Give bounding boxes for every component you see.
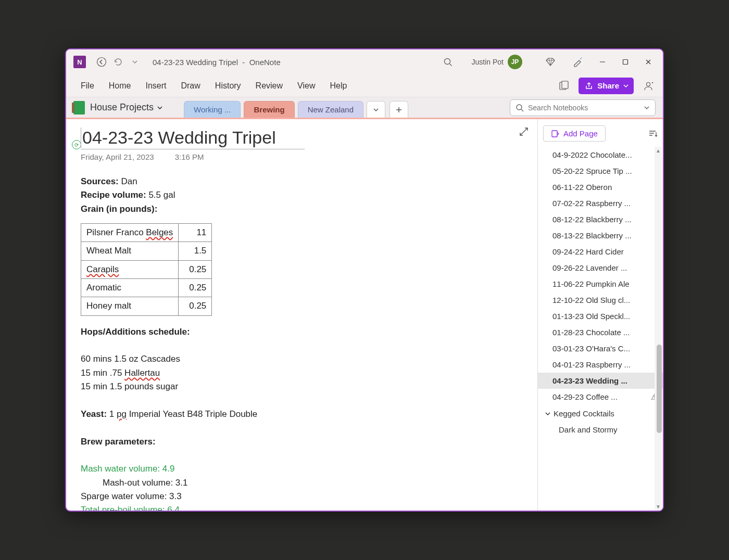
window-title: 04-23-23 Wedding Tripel - OneNote [153, 58, 281, 67]
page-item[interactable]: 05-20-22 Spruce Tip ... [538, 163, 663, 179]
page-item[interactable]: 04-29-23 Coffee ... ⚠ [538, 389, 663, 405]
search-notebooks[interactable] [510, 99, 656, 116]
svg-point-3 [581, 57, 582, 58]
page-editor[interactable]: 04-23-23 Wedding Tripel Friday, April 21… [66, 119, 538, 511]
maximize-button[interactable] [614, 52, 637, 72]
page-item[interactable]: 03-01-23 O'Hara's C... [538, 340, 663, 357]
scrollbar-thumb[interactable] [657, 345, 662, 433]
collab-icon[interactable] [639, 77, 658, 95]
page-item[interactable]: 12-10-22 Old Slug cl... [538, 292, 663, 308]
premium-icon[interactable] [542, 54, 559, 70]
chevron-down-icon [545, 411, 550, 416]
minimize-button[interactable] [591, 52, 614, 72]
menu-insert[interactable]: Insert [138, 78, 173, 94]
menu-view[interactable]: View [290, 78, 322, 94]
svg-point-8 [517, 105, 522, 110]
ink-icon[interactable] [569, 54, 586, 70]
tab-overflow[interactable] [367, 101, 385, 118]
page-item[interactable]: 01-13-23 Old Speckl... [538, 308, 663, 324]
menu-draw[interactable]: Draw [173, 78, 207, 94]
page-title[interactable]: 04-23-23 Wedding Tripel [81, 128, 305, 148]
page-item[interactable]: 07-02-22 Raspberry ... [538, 195, 663, 211]
page-item[interactable]: 11-06-22 Pumpkin Ale [538, 276, 663, 292]
grain-table[interactable]: Pilsner Franco Belges11 Wheat Malt1.5 Ca… [81, 223, 212, 316]
share-button[interactable]: Share [579, 78, 634, 94]
close-button[interactable] [637, 52, 660, 72]
share-label: Share [597, 81, 619, 90]
add-page-button[interactable]: Add Page [543, 125, 606, 142]
page-item[interactable]: 06-11-22 Oberon [538, 179, 663, 195]
page-group[interactable]: Kegged Cocktails [538, 405, 663, 422]
search-input[interactable] [528, 104, 644, 112]
menu-review[interactable]: Review [248, 78, 290, 94]
user-name: Justin Pot [472, 58, 504, 66]
page-item[interactable]: Dark and Stormy [538, 422, 663, 438]
tab-working[interactable]: Working ... [184, 101, 241, 118]
panes-icon[interactable] [555, 77, 573, 95]
notebook-selector[interactable]: House Projects [90, 102, 163, 113]
tab-brewing[interactable]: Brewing [244, 101, 294, 118]
svg-point-1 [444, 59, 450, 65]
undo-button[interactable] [110, 54, 127, 70]
add-page-icon [551, 130, 559, 138]
svg-point-7 [647, 82, 650, 86]
page-item[interactable]: 08-13-22 Blackberry ... [538, 227, 663, 244]
expand-icon[interactable] [519, 126, 529, 137]
page-item[interactable]: 01-28-23 Chocolate ... [538, 324, 663, 340]
chevron-down-icon [644, 105, 650, 111]
page-item[interactable]: 09-26-22 Lavender ... [538, 260, 663, 276]
svg-point-2 [580, 58, 581, 59]
page-item-active[interactable]: 04-23-23 Wedding ... [538, 373, 663, 389]
tab-new-zealand[interactable]: New Zealand [298, 101, 363, 118]
back-button[interactable] [93, 54, 110, 70]
page-date: Friday, April 21, 2023 [81, 152, 154, 161]
menu-help[interactable]: Help [322, 78, 354, 94]
search-top-button[interactable] [439, 54, 456, 70]
page-item[interactable]: 04-01-23 Raspberry ... [538, 357, 663, 373]
page-item[interactable]: 09-24-22 Hard Cider [538, 244, 663, 260]
svg-point-0 [97, 58, 106, 67]
scroll-up-arrow[interactable]: ▲ [655, 148, 661, 154]
svg-rect-6 [562, 81, 568, 88]
onenote-app-icon [73, 56, 86, 68]
search-icon [516, 104, 524, 112]
svg-rect-4 [623, 60, 628, 65]
page-item[interactable]: 04-9-2022 Chocolate... [538, 147, 663, 163]
page-item[interactable]: 08-12-22 Blackberry ... [538, 211, 663, 227]
page-list[interactable]: 04-9-2022 Chocolate... 05-20-22 Spruce T… [538, 147, 663, 511]
menu-history[interactable]: History [208, 78, 248, 94]
menu-file[interactable]: File [73, 78, 102, 94]
notebook-icon [73, 101, 85, 114]
page-body[interactable]: Sources: Dan Recipe volume: 5.5 gal Grai… [81, 175, 523, 511]
page-time: 3:16 PM [175, 152, 204, 161]
qat-dropdown[interactable] [127, 54, 143, 70]
scrollbar-track[interactable] [655, 147, 662, 511]
tab-add[interactable] [389, 101, 408, 118]
user-avatar[interactable]: JP [508, 55, 522, 69]
scroll-down-arrow[interactable]: ▼ [655, 504, 661, 510]
menu-home[interactable]: Home [102, 78, 139, 94]
chevron-down-icon [157, 105, 163, 111]
sort-pages-icon[interactable] [648, 129, 658, 138]
svg-rect-9 [552, 131, 557, 137]
